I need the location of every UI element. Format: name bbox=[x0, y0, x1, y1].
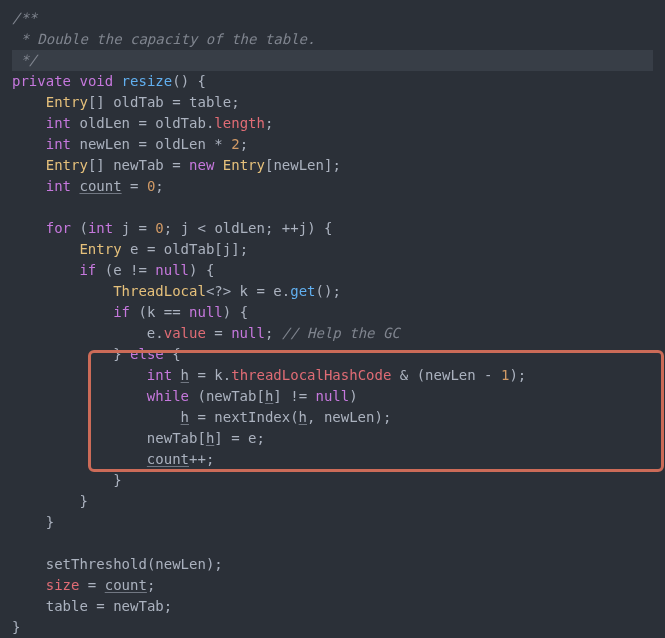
comment: // Help the GC bbox=[282, 325, 400, 341]
method-get: get bbox=[290, 283, 315, 299]
field-value: value bbox=[164, 325, 206, 341]
var-oldlen: oldLen bbox=[79, 115, 130, 131]
number-literal: 2 bbox=[231, 136, 239, 152]
keyword-private: private bbox=[12, 73, 71, 89]
field-tlhc: threadLocalHashCode bbox=[231, 367, 391, 383]
keyword-void: void bbox=[79, 73, 113, 89]
field-length: length bbox=[214, 115, 265, 131]
var-oldtab: oldTab bbox=[113, 94, 164, 110]
type-entry: Entry bbox=[46, 94, 88, 110]
var-h: h bbox=[181, 367, 189, 383]
keyword-null: null bbox=[155, 262, 189, 278]
var-k: k bbox=[240, 283, 248, 299]
keyword-for: for bbox=[46, 220, 71, 236]
method-resize: resize bbox=[122, 73, 173, 89]
keyword-new: new bbox=[189, 157, 214, 173]
var-newtab: newTab bbox=[113, 157, 164, 173]
var-newlen: newLen bbox=[79, 136, 130, 152]
comment: /** bbox=[12, 10, 37, 26]
comment: * Double the capacity of the table. bbox=[12, 31, 315, 47]
method-setthreshold: setThreshold bbox=[46, 556, 147, 572]
keyword-while: while bbox=[147, 388, 189, 404]
method-nextindex: nextIndex bbox=[214, 409, 290, 425]
keyword-if: if bbox=[79, 262, 96, 278]
type-threadlocal: ThreadLocal bbox=[113, 283, 206, 299]
keyword-else: else bbox=[130, 346, 164, 362]
comment: */ bbox=[12, 52, 37, 68]
keyword-int: int bbox=[46, 115, 71, 131]
code-editor[interactable]: /** * Double the capacity of the table. … bbox=[12, 8, 653, 638]
var-count: count bbox=[79, 178, 121, 194]
field-size: size bbox=[46, 577, 80, 593]
var-j: j bbox=[122, 220, 130, 236]
field-table: table bbox=[189, 94, 231, 110]
